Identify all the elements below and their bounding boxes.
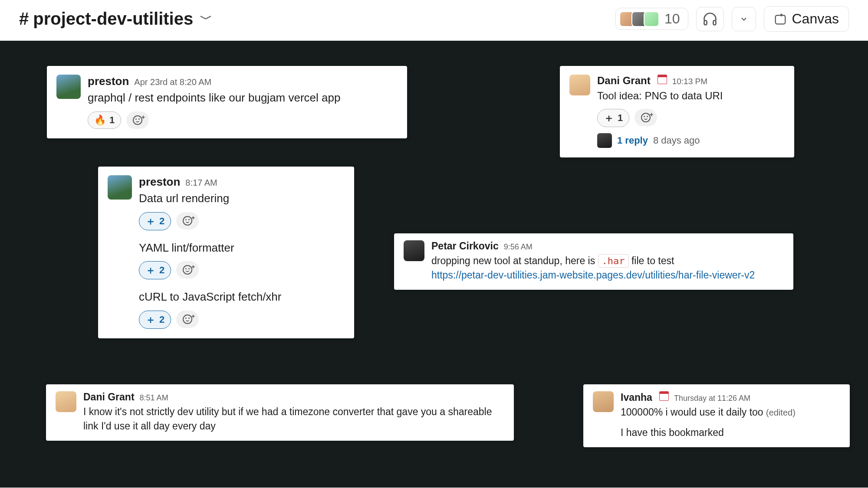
smile-plus-icon: + xyxy=(183,216,192,226)
thread-info[interactable]: 1 reply 8 days ago xyxy=(597,133,783,148)
channel-header: # project-dev-utilities ﹀ 10 Canvas xyxy=(0,0,868,41)
member-avatars xyxy=(619,11,659,27)
message-text: Tool idea: PNG to data URI xyxy=(597,88,783,104)
message-card: Petar Cirkovic 9:56 AM dropping new tool… xyxy=(394,233,793,290)
message-text: YAML lint/formatter xyxy=(139,240,343,256)
reaction-pill[interactable]: ＋2 xyxy=(139,311,171,329)
message-link[interactable]: https://petar-dev-utilities.jam-website.… xyxy=(431,269,755,281)
chevron-down-icon: ﹀ xyxy=(200,11,212,27)
timestamp[interactable]: 10:13 PM xyxy=(672,77,707,86)
add-reaction-button[interactable]: + xyxy=(176,261,199,278)
message-text: 100000% i would use it daily too (edited… xyxy=(621,405,840,419)
author-name[interactable]: Petar Cirkovic xyxy=(431,240,499,252)
avatar[interactable] xyxy=(56,75,81,99)
message-card: preston 8:17 AM Data url rendering ＋2 + … xyxy=(98,167,354,338)
message-card: preston Apr 23rd at 8:20 AM graphql / re… xyxy=(47,66,407,138)
canvas-icon xyxy=(774,13,787,26)
avatar[interactable] xyxy=(569,75,590,95)
message-text: I know it's not strictly dev utility but… xyxy=(83,405,504,434)
reaction-count: 2 xyxy=(159,314,164,325)
message-text: graphql / rest endpoints like our bugjam… xyxy=(88,90,396,106)
timestamp[interactable]: 9:56 AM xyxy=(504,242,533,252)
author-name[interactable]: Dani Grant xyxy=(597,75,651,87)
message-card: Dani Grant 8:51 AM I know it's not stric… xyxy=(46,384,514,441)
avatar xyxy=(597,133,612,148)
plus-icon: ＋ xyxy=(604,111,614,125)
message-text: Data url rendering xyxy=(139,190,343,207)
huddle-button[interactable] xyxy=(696,7,724,31)
message-text: dropping new tool at standup, here is .h… xyxy=(431,254,784,283)
channel-name-button[interactable]: # project-dev-utilities ﹀ xyxy=(19,9,212,29)
message-text: I have this bookmarked xyxy=(621,426,840,440)
member-count: 10 xyxy=(664,11,680,27)
reaction-pill[interactable]: 🔥 1 xyxy=(88,111,121,129)
reaction-pill[interactable]: ＋2 xyxy=(139,212,171,230)
reaction-count: 1 xyxy=(109,115,115,126)
avatar[interactable] xyxy=(108,175,132,200)
timestamp[interactable]: Apr 23rd at 8:20 AM xyxy=(134,77,211,87)
reply-count[interactable]: 1 reply xyxy=(617,135,648,146)
hash-icon: # xyxy=(19,9,29,29)
add-reaction-button[interactable]: + xyxy=(176,212,199,229)
reply-timestamp: 8 days ago xyxy=(653,135,700,146)
avatar[interactable] xyxy=(404,240,424,261)
smile-plus-icon: + xyxy=(641,113,651,122)
avatar xyxy=(644,11,659,27)
avatar[interactable] xyxy=(593,391,614,412)
message-text: cURL to JavaScript fetch/xhr xyxy=(139,289,343,305)
smile-plus-icon: + xyxy=(183,265,192,275)
plus-icon: ＋ xyxy=(145,313,156,327)
chevron-down-icon xyxy=(740,15,748,23)
reaction-count: 2 xyxy=(159,216,164,227)
avatar[interactable] xyxy=(56,391,76,412)
author-name[interactable]: Ivanha xyxy=(621,392,652,403)
timestamp[interactable]: 8:51 AM xyxy=(140,393,168,403)
members-button[interactable]: 10 xyxy=(615,8,688,30)
add-reaction-button[interactable]: + xyxy=(176,311,199,328)
huddle-dropdown-button[interactable] xyxy=(732,7,756,31)
author-name[interactable]: Dani Grant xyxy=(83,391,135,403)
svg-rect-1 xyxy=(713,20,716,25)
smile-plus-icon: + xyxy=(133,115,142,125)
canvas-label: Canvas xyxy=(792,11,839,27)
headphones-icon xyxy=(702,11,718,27)
canvas-button[interactable]: Canvas xyxy=(764,6,849,32)
reaction-count: 1 xyxy=(618,112,623,124)
author-name[interactable]: preston xyxy=(88,75,129,88)
svg-rect-0 xyxy=(704,20,707,25)
plus-icon: ＋ xyxy=(145,214,156,228)
header-actions: 10 Canvas xyxy=(615,6,849,32)
reaction-count: 2 xyxy=(159,265,164,276)
svg-rect-2 xyxy=(775,15,785,24)
author-name[interactable]: preston xyxy=(139,175,180,189)
add-reaction-button[interactable]: + xyxy=(126,111,149,129)
reaction-pill[interactable]: ＋1 xyxy=(597,109,629,127)
channel-title: project-dev-utilities xyxy=(33,9,193,29)
edited-label: (edited) xyxy=(766,408,796,417)
message-card: Dani Grant 10:13 PM Tool idea: PNG to da… xyxy=(560,66,794,157)
inline-code: .har xyxy=(598,254,629,268)
calendar-icon xyxy=(658,75,667,84)
reaction-pill[interactable]: ＋2 xyxy=(139,261,171,279)
plus-icon: ＋ xyxy=(145,263,156,277)
timestamp[interactable]: 8:17 AM xyxy=(185,178,217,188)
smile-plus-icon: + xyxy=(183,314,192,324)
add-reaction-button[interactable]: + xyxy=(635,109,657,126)
message-canvas: preston Apr 23rd at 8:20 AM graphql / re… xyxy=(0,41,868,488)
calendar-icon xyxy=(659,391,669,401)
timestamp[interactable]: Thursday at 11:26 AM xyxy=(674,394,750,403)
message-card: Ivanha Thursday at 11:26 AM 100000% i wo… xyxy=(583,384,850,447)
fire-icon: 🔥 xyxy=(94,115,106,126)
